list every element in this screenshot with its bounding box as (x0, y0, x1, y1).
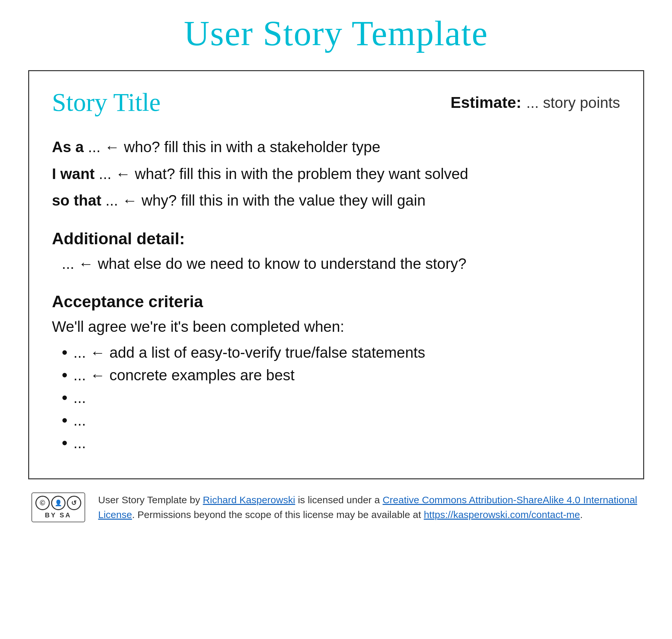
cc-icon: © (35, 496, 50, 510)
acceptance-heading: Acceptance criteria (52, 292, 620, 311)
additional-detail-section: Additional detail: ... ← what else do we… (52, 229, 620, 272)
i-want-text: ... ← what? fill this in with the proble… (95, 165, 468, 182)
sa-icon: ↺ (67, 496, 81, 510)
as-a-line: As a ... ← who? fill this in with a stak… (52, 135, 620, 159)
estimate-label: Estimate: (450, 93, 521, 111)
estimate-value: ... story points (526, 94, 620, 111)
story-card: Story Title Estimate: ... story points A… (28, 70, 644, 479)
criteria-item: ... ← add a list of easy-to-verify true/… (62, 344, 620, 362)
criteria-item: ... (62, 389, 620, 407)
card-header: Story Title Estimate: ... story points (52, 88, 620, 120)
page-title: User Story Template (184, 13, 488, 54)
estimate-section: Estimate: ... story points (450, 93, 620, 111)
as-a-text: ... ← who? fill this in with a stakehold… (84, 138, 380, 155)
criteria-list: ... ← add a list of easy-to-verify true/… (52, 344, 620, 452)
so-that-line: so that ... ← why? fill this in with the… (52, 188, 620, 213)
footer-text-part3: . Permissions beyond the scope of this l… (132, 509, 423, 520)
footer: © 👤 ↺ BY SA User Story Template by Richa… (28, 493, 644, 522)
footer-text-part1: User Story Template by (98, 495, 203, 505)
criteria-item: ... (62, 411, 620, 430)
footer-text-part2: is licensed under a (295, 495, 383, 505)
by-icon: 👤 (51, 496, 65, 510)
so-that-keyword: so that (52, 192, 101, 209)
cc-badge: © 👤 ↺ BY SA (31, 493, 85, 522)
i-want-keyword: I want (52, 165, 95, 182)
story-title: Story Title (52, 88, 161, 117)
footer-text-part4: . (580, 509, 582, 520)
cc-icons-row: © 👤 ↺ (35, 496, 81, 510)
additional-detail-heading: Additional detail: (52, 229, 620, 248)
i-want-line: I want ... ← what? fill this in with the… (52, 162, 620, 186)
footer-text: User Story Template by Richard Kasperows… (98, 493, 641, 522)
cc-labels: BY SA (45, 512, 71, 519)
so-that-text: ... ← why? fill this in with the value t… (101, 192, 425, 209)
acceptance-intro: We'll agree we're it's been completed wh… (52, 318, 620, 336)
author-link[interactable]: Richard Kasperowski (203, 495, 295, 505)
criteria-item: ... ← concrete examples are best (62, 366, 620, 384)
acceptance-section: Acceptance criteria We'll agree we're it… (52, 292, 620, 452)
criteria-item: ... (62, 434, 620, 452)
as-a-keyword: As a (52, 138, 84, 155)
story-lines-section: As a ... ← who? fill this in with a stak… (52, 135, 620, 213)
contact-link[interactable]: https://kasperowski.com/contact-me (423, 509, 580, 520)
additional-detail-text: ... ← what else do we need to know to un… (52, 255, 620, 272)
